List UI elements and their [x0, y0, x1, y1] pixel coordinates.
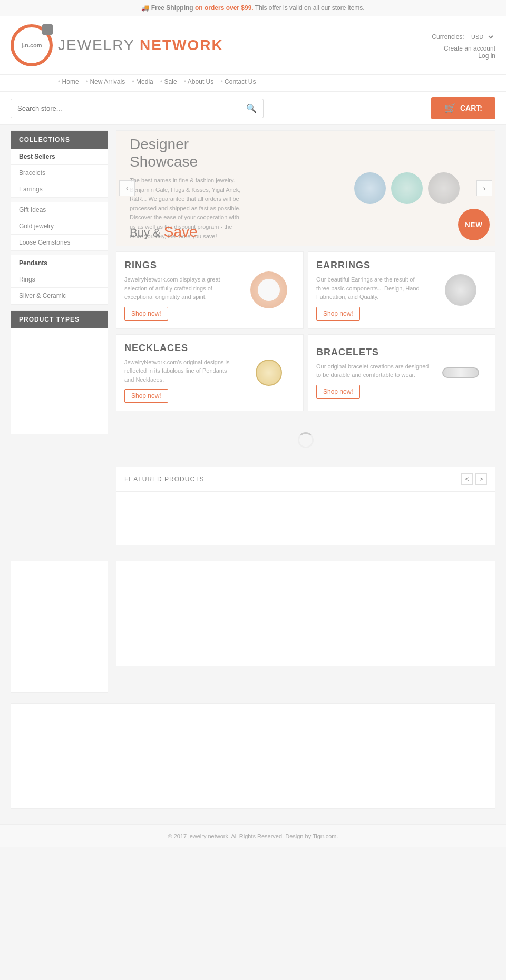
- shipping-icon: 🚚: [141, 4, 149, 12]
- hero-prev-button[interactable]: ‹: [119, 180, 135, 196]
- product-types-title: PRODUCT TYPES: [11, 311, 108, 328]
- banner-text: Free Shipping: [151, 4, 193, 12]
- brand-jewelry: JEWELRY: [58, 37, 140, 53]
- nav-sale[interactable]: Sale: [160, 78, 177, 85]
- nav-home[interactable]: Home: [58, 78, 79, 85]
- search-button[interactable]: 🔍: [240, 99, 263, 118]
- necklaces-shop-button[interactable]: Shop now!: [124, 389, 168, 403]
- earrings-image: [434, 271, 487, 308]
- logo-area: j-n.com JEWELRY NETWORK: [11, 24, 223, 66]
- product-types-content: [11, 328, 108, 434]
- login-link[interactable]: Log in: [432, 52, 495, 60]
- rings-image: [242, 271, 295, 308]
- ring-visual: [250, 271, 287, 308]
- sidebar-item-earrings[interactable]: Earrings: [11, 181, 108, 198]
- search-input[interactable]: [11, 100, 240, 117]
- necklaces-desc: JewelryNetwork.com's original designs is…: [124, 358, 237, 384]
- sidebar-item-rings[interactable]: Rings: [11, 271, 108, 288]
- cart-icon: 🛒: [444, 102, 456, 114]
- cart-button[interactable]: 🛒 CART:: [431, 97, 495, 119]
- featured-prev-button[interactable]: <: [461, 473, 473, 485]
- sidebar-divider-1: [11, 198, 108, 202]
- hero-banner: ‹ DesignerShowcase The best names in fin…: [116, 130, 495, 246]
- product-types-section: PRODUCT TYPES: [11, 310, 108, 434]
- bracelets-title: BRACELETS: [316, 347, 429, 358]
- banner-suffix: This offer is valid on all our store ite…: [255, 4, 365, 12]
- empty-section: [11, 703, 495, 809]
- new-badge: NEW: [458, 209, 490, 240]
- rings-desc: JewelryNetwork.com displays a great sele…: [124, 275, 237, 302]
- main-nav: Home New Arrivals Media Sale About Us Co…: [0, 75, 506, 92]
- jewelry-display: [354, 172, 460, 204]
- collections-title: COLLECTIONS: [11, 131, 108, 149]
- logo-text: j-n.com: [21, 42, 42, 48]
- sidebar-item-best-sellers[interactable]: Best Sellers: [11, 149, 108, 165]
- necklaces-title: NECKLACES: [124, 343, 237, 354]
- earrings-desc: Our beautiful Earrings are the result of…: [316, 275, 429, 302]
- top-banner: 🚚 Free Shipping on orders over $99. This…: [0, 0, 506, 16]
- search-bar: 🔍 🛒 CART:: [0, 92, 506, 125]
- sidebar-item-bracelets[interactable]: Bracelets: [11, 165, 108, 181]
- featured-header: FEATURED PRODUCTS < >: [116, 467, 495, 492]
- earrings-shop-button[interactable]: Shop now!: [316, 307, 360, 321]
- brand-name: JEWELRY NETWORK: [58, 37, 223, 54]
- sidebar-item-loose-gemstones[interactable]: Loose Gemstones: [11, 235, 108, 251]
- currencies-row: Currencies: USD EUR GBP: [432, 32, 495, 42]
- earrings-info: EARRINGS Our beautiful Earrings are the …: [316, 260, 429, 321]
- empty-content-1: [116, 561, 495, 666]
- buy-save: Buy & Save: [130, 224, 198, 240]
- second-layout: [0, 556, 506, 703]
- brand-network: NETWORK: [140, 37, 223, 53]
- header: j-n.com JEWELRY NETWORK Currencies: USD …: [0, 16, 506, 75]
- hero-next-button[interactable]: ›: [476, 180, 492, 196]
- nav-new-arrivals[interactable]: New Arrivals: [86, 78, 125, 85]
- sidebar-item-gold-jewelry[interactable]: Gold jewelry: [11, 218, 108, 235]
- sidebar: COLLECTIONS Best Sellers Bracelets Earri…: [11, 130, 108, 440]
- necklaces-card: NECKLACES JewelryNetwork.com's original …: [116, 334, 304, 412]
- bracelets-image: [434, 354, 487, 391]
- featured-nav: < >: [461, 473, 487, 485]
- featured-content: [116, 492, 495, 545]
- rings-info: RINGS JewelryNetwork.com displays a grea…: [124, 260, 237, 321]
- hero-title: DesignerShowcase: [130, 135, 306, 171]
- earring-visual: [445, 274, 476, 306]
- nav-media[interactable]: Media: [132, 78, 153, 85]
- necklace-visual: [256, 360, 282, 386]
- cart-label: CART:: [460, 104, 482, 112]
- sidebar-item-gift-ideas[interactable]: Gift Ideas: [11, 202, 108, 218]
- featured-section: FEATURED PRODUCTS < >: [116, 467, 495, 545]
- currency-select[interactable]: USD EUR GBP: [466, 32, 495, 42]
- rings-earrings-grid: RINGS JewelryNetwork.com displays a grea…: [116, 251, 495, 329]
- loading-area: [116, 416, 495, 467]
- sidebar-item-silver-ceramic[interactable]: Silver & Ceramic: [11, 288, 108, 304]
- gem-blue: [354, 172, 386, 204]
- necklaces-image: [242, 354, 295, 391]
- main-layout: COLLECTIONS Best Sellers Bracelets Earri…: [0, 125, 506, 556]
- rings-shop-button[interactable]: Shop now!: [124, 307, 168, 321]
- buy-label: Buy &: [130, 226, 161, 239]
- sidebar-item-pendants[interactable]: Pendants: [11, 255, 108, 271]
- nav-contact[interactable]: Contact Us: [221, 78, 256, 85]
- bracelets-info: BRACELETS Our original bracelet creation…: [316, 347, 429, 399]
- hero-image: [319, 172, 495, 204]
- bracelets-desc: Our original bracelet creations are desi…: [316, 362, 429, 380]
- bracelets-shop-button[interactable]: Shop now!: [316, 385, 360, 399]
- create-account-link[interactable]: Create an account: [432, 45, 495, 52]
- currencies-label: Currencies:: [432, 33, 464, 41]
- loading-spinner: [298, 432, 314, 448]
- featured-next-button[interactable]: >: [475, 473, 487, 485]
- sidebar-box2: [11, 561, 108, 693]
- rings-title: RINGS: [124, 260, 237, 271]
- nav-about[interactable]: About Us: [184, 78, 213, 85]
- search-wrap: 🔍: [11, 99, 264, 118]
- sidebar2: [11, 561, 108, 698]
- earrings-card: EARRINGS Our beautiful Earrings are the …: [308, 251, 495, 329]
- footer: © 2017 jewelry network. All Rights Reser…: [0, 824, 506, 847]
- logo[interactable]: j-n.com: [11, 24, 53, 66]
- banner-highlight: on orders over $99.: [195, 4, 254, 12]
- featured-title: FEATURED PRODUCTS: [124, 476, 204, 483]
- bracelet-visual: [442, 367, 479, 378]
- gem-teal: [391, 172, 423, 204]
- rings-card: RINGS JewelryNetwork.com displays a grea…: [116, 251, 304, 329]
- sidebar-divider-2: [11, 251, 108, 255]
